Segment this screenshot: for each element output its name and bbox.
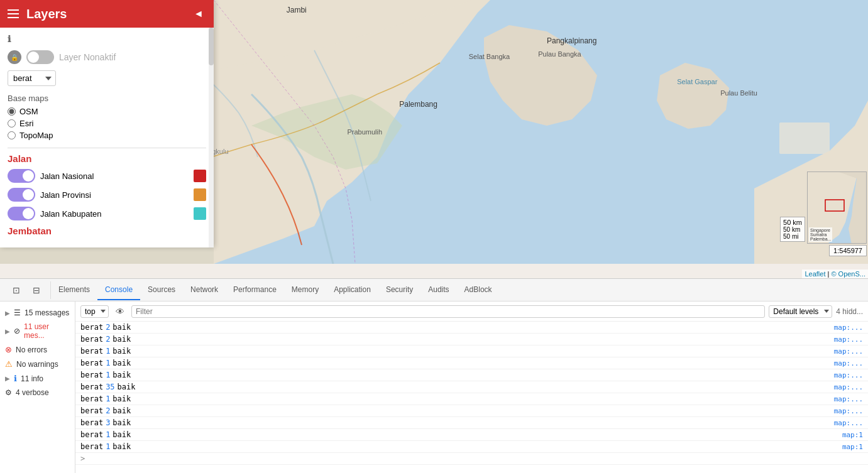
layers-title: Layers xyxy=(26,7,67,21)
layer-nonaktif-toggle[interactable] xyxy=(26,50,54,64)
console-prompt-row[interactable]: > xyxy=(75,453,868,465)
tab-memory[interactable]: Memory xyxy=(284,280,326,300)
log-num-3: 1 xyxy=(106,347,110,356)
tab-adblock[interactable]: AdBlock xyxy=(457,280,500,300)
console-filter-input[interactable] xyxy=(131,305,765,318)
log-link-11[interactable]: map:1 xyxy=(842,443,863,451)
tab-network[interactable]: Network xyxy=(183,280,226,300)
minimap-sumatra: Sumatra xyxy=(810,232,831,237)
user-messages-label: 11 user mes... xyxy=(24,322,70,340)
filter-errors[interactable]: ⊗ No errors xyxy=(0,343,75,356)
info-icon: ℹ xyxy=(8,34,11,44)
filter-verbose[interactable]: ⚙ 4 verbose xyxy=(0,386,75,399)
tab-performance[interactable]: Performance xyxy=(226,280,284,300)
log-word-9: baik xyxy=(113,418,131,427)
layer-nonaktif-row: 🔒 Layer Nonaktif xyxy=(8,50,206,64)
log-link-1[interactable]: map:... xyxy=(834,323,863,332)
log-num-4: 1 xyxy=(106,359,110,367)
log-row-5: berat 1 baik map:... xyxy=(75,369,868,381)
log-word-5: baik xyxy=(113,371,131,379)
radio-topomap[interactable]: TopoMap xyxy=(8,131,206,140)
radio-esri-input[interactable] xyxy=(8,119,16,128)
error-icon: ⊗ xyxy=(5,345,12,354)
filter-user-messages[interactable]: ▶ ⊘ 11 user mes... xyxy=(0,320,75,342)
base-maps-label: Base maps xyxy=(8,94,206,103)
level-selector[interactable]: Default levels xyxy=(769,305,832,318)
log-num-5: 1 xyxy=(106,371,110,379)
layer-jalan-nasional: Jalan Nasional xyxy=(8,169,206,183)
log-row-11: berat 1 baik map:1 xyxy=(75,441,868,453)
log-num-1: 2 xyxy=(106,323,110,332)
radio-topomap-input[interactable] xyxy=(8,131,16,139)
toggle-provinsi-slider xyxy=(8,188,35,202)
panel-scrollbar-thumb[interactable] xyxy=(209,28,214,65)
log-text-7: berat xyxy=(80,394,103,403)
tab-sources[interactable]: Sources xyxy=(140,280,183,300)
filter-all-messages[interactable]: ▶ ☰ 15 messages xyxy=(0,307,75,319)
device-toolbar-button[interactable]: ⊟ xyxy=(28,281,45,299)
radio-esri[interactable]: Esri xyxy=(8,119,206,128)
log-link-6[interactable]: map:... xyxy=(834,383,863,391)
category-jalan: Jalan xyxy=(8,153,206,164)
jalan-provinsi-color xyxy=(194,188,206,201)
log-link-2[interactable]: map:... xyxy=(834,335,863,344)
no-warnings-label: No warnings xyxy=(16,360,58,369)
info-row: ℹ xyxy=(8,34,206,44)
console-main: top 👁 Default levels 4 hidd... berat 2 b… xyxy=(75,302,868,473)
log-word-11: baik xyxy=(113,442,131,451)
log-text-1: berat xyxy=(80,323,103,332)
tab-elements[interactable]: Elements xyxy=(51,280,97,300)
minimap-singapore: Singapore xyxy=(810,228,831,232)
category-jembatan: Jembatan xyxy=(8,226,206,236)
log-link-5[interactable]: map:... xyxy=(834,371,863,379)
log-link-7[interactable]: map:... xyxy=(834,395,863,403)
jalan-kabupaten-label: Jalan Kabupaten xyxy=(40,209,102,219)
radio-osm-input[interactable] xyxy=(8,107,16,116)
jalan-kabupaten-toggle[interactable] xyxy=(8,207,35,220)
user-icon: ⊘ xyxy=(14,327,20,335)
radio-osm[interactable]: OSM xyxy=(8,107,206,116)
tab-security[interactable]: Security xyxy=(378,280,420,300)
log-word-6: baik xyxy=(118,383,136,391)
log-row-10: berat 1 baik map:1 xyxy=(75,429,868,441)
jalan-nasional-label: Jalan Nasional xyxy=(40,171,94,181)
osm-link[interactable]: © OpenS... xyxy=(831,270,865,278)
log-link-3[interactable]: map:... xyxy=(834,347,863,356)
context-selector[interactable]: top xyxy=(80,305,109,318)
inspect-element-button[interactable]: ⊡ xyxy=(8,281,25,299)
zoom-level: 1:545977 xyxy=(833,247,862,254)
log-num-11: 1 xyxy=(106,442,110,451)
tab-application[interactable]: Application xyxy=(326,280,378,300)
log-num-7: 1 xyxy=(106,394,110,403)
hamburger-button[interactable] xyxy=(8,9,19,18)
filter-info[interactable]: ▶ ℹ 11 info xyxy=(0,372,75,385)
list-icon: ☰ xyxy=(14,308,21,317)
info-icon-sidebar: ℹ xyxy=(14,374,17,383)
layers-panel: Layers ◄ ℹ 🔒 Layer Nonaktif xyxy=(0,0,214,247)
jalan-provinsi-toggle[interactable] xyxy=(8,188,35,202)
filter-warnings[interactable]: ⚠ No warnings xyxy=(0,357,75,371)
layers-collapse-button[interactable]: ◄ xyxy=(191,6,206,21)
log-word-3: baik xyxy=(113,347,131,356)
log-text-6: berat xyxy=(80,383,103,391)
tab-audits[interactable]: Audits xyxy=(420,280,456,300)
layer-jalan-provinsi: Jalan Provinsi xyxy=(8,188,206,202)
console-filter-bar: top 👁 Default levels 4 hidd... xyxy=(75,302,868,322)
console-log-area[interactable]: berat 2 baik map:... berat 2 baik map:..… xyxy=(75,322,868,473)
berat-dropdown[interactable]: berat sedang ringan xyxy=(8,70,56,86)
toggle-nasional-slider xyxy=(8,169,35,183)
map-area[interactable]: Palembang Jambi Bengkulu Pangkalpinang P… xyxy=(0,0,868,278)
log-link-4[interactable]: map:... xyxy=(834,359,863,367)
panel-scrollbar-track[interactable] xyxy=(209,28,214,247)
log-link-10[interactable]: map:1 xyxy=(842,431,863,439)
log-link-9[interactable]: map:... xyxy=(834,419,863,427)
verbose-icon: ⚙ xyxy=(5,388,12,397)
log-text-9: berat xyxy=(80,418,103,427)
leaflet-link[interactable]: Leaflet xyxy=(805,270,825,278)
tab-console[interactable]: Console xyxy=(97,280,140,300)
eye-button[interactable]: 👁 xyxy=(113,304,128,319)
log-text-4: berat xyxy=(80,359,103,367)
log-link-8[interactable]: map:... xyxy=(834,407,863,415)
jalan-nasional-toggle[interactable] xyxy=(8,169,35,183)
log-word-8: baik xyxy=(113,406,131,415)
